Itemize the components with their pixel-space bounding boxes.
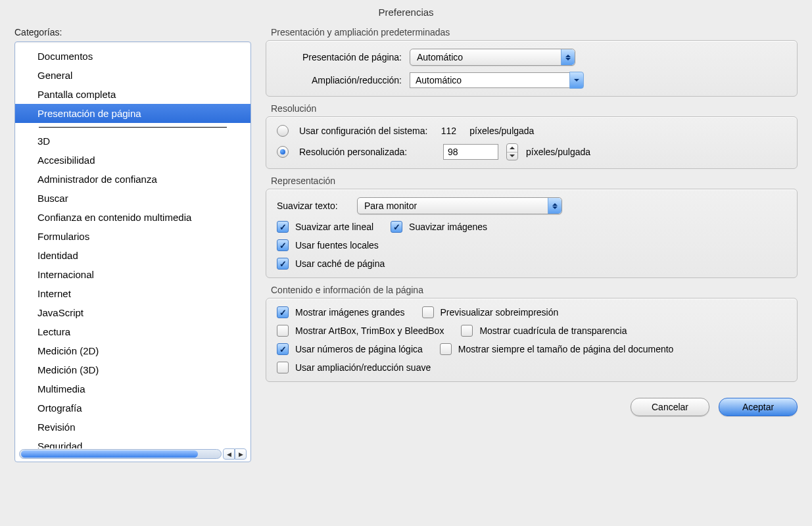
smooth-zoom-option[interactable]: Usar ampliación/reducción suave (277, 362, 431, 373)
category-item[interactable]: Presentación de página (15, 104, 251, 123)
large-images-label: Mostrar imágenes grandes (295, 307, 405, 318)
category-item[interactable]: Buscar (15, 189, 251, 208)
default-layout-group: Presentación de página: Automático Ampli… (266, 40, 798, 97)
rendering-group: Suavizar texto: Para monitor Suavizar ar… (266, 189, 798, 278)
always-size-option[interactable]: Mostrar siempre el tamaño de página del … (440, 343, 674, 355)
custom-resolution-radio[interactable] (277, 146, 289, 158)
smooth-images-label: Suavizar imágenes (409, 222, 487, 232)
local-fonts-option[interactable]: Usar fuentes locales (277, 239, 379, 251)
smooth-lineart-option[interactable]: Suavizar arte lineal (277, 221, 373, 233)
zoom-label: Ampliación/reducción: (277, 75, 402, 85)
smooth-text-value: Para monitor (358, 201, 561, 211)
window-title: Preferencias (14, 0, 798, 27)
category-item[interactable]: Internacional (15, 265, 251, 284)
local-fonts-checkbox[interactable] (277, 239, 289, 251)
page-cache-label: Usar caché de página (295, 258, 385, 269)
boxes-label: Mostrar ArtBox, TrimBox y BleedBox (295, 325, 444, 336)
preferences-window: Preferencias Categorías: DocumentosGener… (0, 0, 812, 526)
smooth-text-popup[interactable]: Para monitor (357, 197, 562, 214)
logical-pages-checkbox[interactable] (277, 343, 289, 355)
smooth-zoom-checkbox[interactable] (277, 362, 289, 373)
chevron-down-icon (569, 72, 584, 89)
page-layout-value: Automático (410, 52, 575, 62)
zoom-combo[interactable] (410, 72, 584, 88)
category-item[interactable]: Documentos (15, 47, 251, 66)
category-item[interactable]: Revisión (15, 418, 251, 437)
chevron-updown-icon (548, 198, 561, 214)
always-size-checkbox[interactable] (440, 343, 452, 355)
overprint-option[interactable]: Previsualizar sobreimpresión (422, 306, 559, 318)
smooth-lineart-checkbox[interactable] (277, 221, 289, 233)
stepper-down-icon[interactable] (507, 153, 517, 160)
category-item[interactable]: General (15, 66, 251, 85)
chevron-updown-icon (561, 49, 575, 65)
categories-panel: Categorías: DocumentosGeneralPantalla co… (14, 27, 251, 462)
horizontal-scrollbar[interactable]: ◀ ▶ (19, 449, 247, 459)
category-item[interactable]: Accesibilidad (15, 151, 251, 170)
settings-panel: Presentación y ampliación predeterminada… (266, 27, 798, 462)
large-images-option[interactable]: Mostrar imágenes grandes (277, 306, 405, 318)
logical-pages-option[interactable]: Usar números de página lógica (277, 343, 423, 355)
page-info-title: Contenido e información de la página (271, 285, 798, 295)
cancel-button[interactable]: Cancelar (631, 398, 709, 416)
dialog-footer: Cancelar Aceptar (266, 389, 798, 416)
page-layout-popup[interactable]: Automático (410, 49, 575, 66)
category-item[interactable]: Medición (2D) (15, 341, 251, 360)
category-item[interactable]: Medición (3D) (15, 360, 251, 379)
scroll-left-icon[interactable]: ◀ (223, 448, 235, 460)
smooth-images-checkbox[interactable] (391, 221, 402, 233)
overprint-checkbox[interactable] (422, 306, 434, 318)
smooth-images-option[interactable]: Suavizar imágenes (391, 221, 487, 233)
always-size-label: Mostrar siempre el tamaño de página del … (458, 344, 674, 354)
system-resolution-units: píxeles/pulgada (469, 126, 534, 136)
category-item[interactable]: JavaScript (15, 303, 251, 322)
category-item[interactable]: Ortografía (15, 398, 251, 418)
page-cache-checkbox[interactable] (277, 258, 289, 270)
boxes-checkbox[interactable] (277, 325, 289, 337)
category-item[interactable]: Pantalla completa (15, 85, 251, 104)
zoom-input[interactable] (410, 72, 569, 88)
stepper-up-icon[interactable] (507, 144, 517, 153)
category-item[interactable]: Confianza en contenido multimedia (15, 208, 251, 227)
scrollbar-track[interactable] (19, 449, 222, 459)
system-resolution-radio[interactable] (277, 125, 289, 137)
scroll-right-icon[interactable]: ▶ (235, 448, 247, 460)
category-item[interactable]: Administrador de confianza (15, 170, 251, 189)
page-info-group: Mostrar imágenes grandes Previsualizar s… (266, 298, 798, 382)
categories-listbox[interactable]: DocumentosGeneralPantalla completaPresen… (14, 41, 251, 462)
boxes-option[interactable]: Mostrar ArtBox, TrimBox y BleedBox (277, 325, 444, 337)
smooth-zoom-label: Usar ampliación/reducción suave (295, 362, 431, 373)
ok-button[interactable]: Aceptar (719, 398, 798, 416)
content-area: Categorías: DocumentosGeneralPantalla co… (14, 27, 798, 462)
resolution-group: Usar configuración del sistema: 112 píxe… (266, 116, 798, 169)
resolution-title: Resolución (271, 103, 798, 114)
category-item[interactable]: Seguridad (15, 437, 251, 448)
category-item[interactable]: Lectura (15, 322, 251, 341)
category-item[interactable]: 3D (15, 132, 251, 151)
system-resolution-value: 112 (435, 126, 462, 136)
transparency-label: Mostrar cuadrícula de transparencia (479, 325, 627, 336)
default-layout-title: Presentación y ampliación predeterminada… (271, 27, 798, 37)
transparency-option[interactable]: Mostrar cuadrícula de transparencia (461, 325, 627, 337)
custom-resolution-units: píxeles/pulgada (526, 147, 590, 157)
category-item[interactable]: Identidad (15, 246, 251, 265)
smooth-lineart-label: Suavizar arte lineal (295, 222, 373, 232)
category-item[interactable]: Internet (15, 284, 251, 303)
category-item[interactable]: Formularios (15, 227, 251, 246)
logical-pages-label: Usar números de página lógica (295, 344, 423, 354)
smooth-text-label: Suavizar texto: (277, 201, 349, 211)
local-fonts-label: Usar fuentes locales (295, 240, 379, 251)
large-images-checkbox[interactable] (277, 306, 289, 318)
scrollbar-thumb[interactable] (21, 450, 198, 458)
page-cache-option[interactable]: Usar caché de página (277, 258, 385, 270)
categories-label: Categorías: (14, 27, 251, 37)
category-separator (39, 127, 227, 128)
page-layout-label: Presentación de página: (277, 52, 402, 62)
custom-resolution-field[interactable] (443, 144, 498, 160)
system-resolution-label: Usar configuración del sistema: (299, 126, 427, 136)
rendering-title: Representación (271, 176, 798, 186)
custom-resolution-label: Resolución personalizada: (299, 147, 435, 157)
resolution-stepper[interactable] (506, 143, 518, 160)
category-item[interactable]: Multimedia (15, 379, 251, 398)
transparency-checkbox[interactable] (461, 325, 473, 337)
